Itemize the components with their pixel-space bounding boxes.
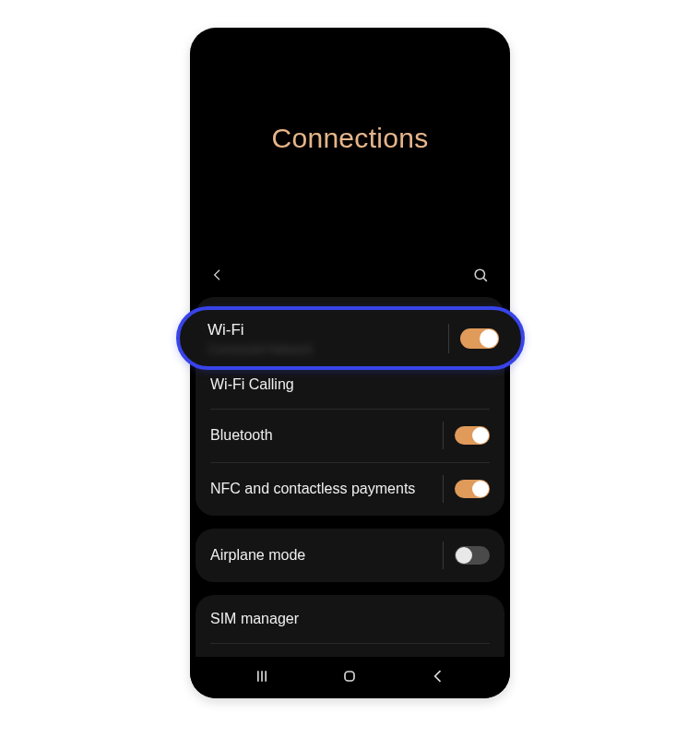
row-mobile-networks[interactable]: Mobile networks bbox=[196, 643, 504, 657]
row-label: Airplane mode bbox=[210, 547, 435, 564]
row-label: Wi-Fi Calling bbox=[210, 376, 490, 393]
search-icon[interactable] bbox=[472, 267, 490, 288]
row-label: SIM manager bbox=[210, 611, 490, 627]
section-mobile: SIM manager Mobile networks bbox=[196, 595, 504, 657]
row-label: Bluetooth bbox=[210, 427, 435, 444]
section-airplane: Airplane mode bbox=[196, 529, 504, 582]
row-bluetooth[interactable]: Bluetooth bbox=[196, 409, 504, 462]
navigation-bar bbox=[190, 657, 510, 698]
svg-rect-5 bbox=[345, 672, 354, 681]
back-icon[interactable] bbox=[210, 268, 225, 286]
home-icon[interactable] bbox=[340, 667, 359, 689]
recents-icon[interactable] bbox=[253, 667, 271, 689]
row-label: NFC and contactless payments bbox=[210, 481, 435, 497]
header: Connections bbox=[190, 28, 510, 235]
wifi-toggle[interactable] bbox=[460, 328, 499, 349]
svg-line-1 bbox=[483, 278, 487, 281]
row-label: Wi-Fi bbox=[208, 321, 441, 339]
airplane-toggle[interactable] bbox=[455, 546, 490, 565]
nav-back-icon[interactable] bbox=[429, 667, 447, 689]
action-bar bbox=[190, 261, 510, 292]
row-airplane[interactable]: Airplane mode bbox=[196, 529, 504, 582]
row-wifi-highlighted[interactable]: Wi-Fi Connected Network bbox=[176, 306, 525, 370]
bluetooth-toggle[interactable] bbox=[455, 426, 490, 445]
wifi-network-name: Connected Network bbox=[208, 342, 441, 356]
nfc-toggle[interactable] bbox=[455, 480, 490, 498]
page-title: Connections bbox=[271, 123, 428, 154]
row-sim[interactable]: SIM manager bbox=[196, 595, 504, 643]
svg-point-0 bbox=[475, 269, 484, 279]
row-nfc[interactable]: NFC and contactless payments bbox=[196, 462, 504, 516]
